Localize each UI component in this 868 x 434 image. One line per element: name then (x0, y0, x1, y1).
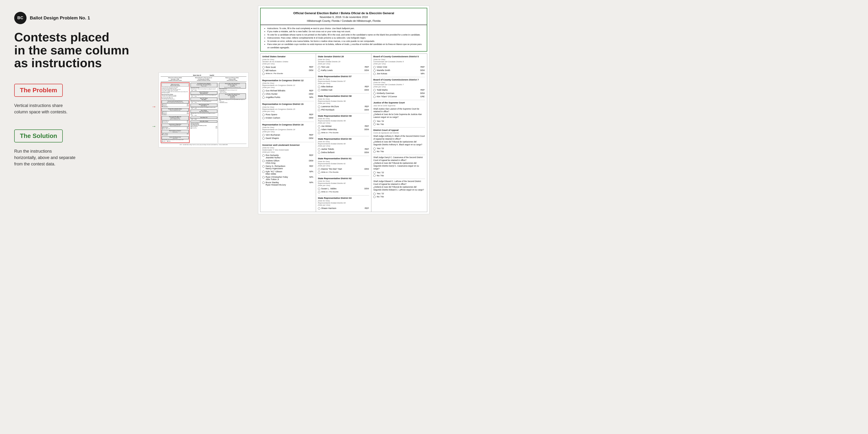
ballot-thumbnail: Ballot Style 16 Seq/010 Official General… (159, 72, 249, 148)
candidate-bill-nelson: Bill Nelson DEM (262, 69, 314, 72)
candidate-oval (262, 69, 265, 72)
problem-description: Vertical instructions sharecolumn space … (14, 102, 140, 115)
instruction-2: If you make a mistake, ask for a new bal… (267, 30, 424, 33)
instruction-4: Instrucciones: Para votar, rellene compl… (267, 36, 424, 40)
solution-box: The Solution (14, 129, 63, 143)
instruction-5: Si comete un error, solicite una nueva b… (267, 40, 424, 43)
solution-label: The Solution (20, 132, 57, 140)
ballot-location: Hillsborough County, Florida / Condado d… (263, 19, 425, 23)
candidate-oval (262, 73, 265, 75)
candidate-rick-scott: Rick Scott REP (262, 66, 314, 68)
solution-description: Run the instructionshorizontally, above … (14, 148, 140, 167)
instruction-1: Instructions: To vote, fill in the oval … (267, 27, 424, 30)
ballot-date: November 6, 2018 / 6 de noviembre 2018 (263, 16, 425, 19)
solution-ballot: Official General Election Ballot / Bolet… (258, 6, 429, 214)
contest-col-2: State Senator District 20 (Vote for One)… (316, 54, 372, 212)
instruction-6: Para votar por un candidato cuyo nombre … (267, 43, 424, 49)
left-panel: BC Ballot Design Problem No. 1 Contests … (0, 0, 154, 220)
solution-ballot-header: Official General Election Ballot / Bolet… (260, 8, 427, 25)
ballot-image-problem: Ballot Style 16 Seq/010 Official General… (159, 72, 249, 148)
main-heading: Contests placedin the same columnas inst… (14, 31, 140, 69)
right-panel: Official General Election Ballot / Bolet… (253, 0, 434, 220)
app-title: Ballot Design Problem No. 1 (30, 16, 90, 21)
contest-col-3: Board of County Commissioners District 5… (371, 54, 427, 212)
contest-col-1: United States Senator (Vote for One)Sena… (260, 54, 316, 212)
logo-row: BC Ballot Design Problem No. 1 (14, 12, 140, 24)
instruction-3: To vote for a candidate whose name is no… (267, 33, 424, 37)
us-senator-title: United States Senator (262, 55, 314, 58)
problem-label: The Problem (20, 87, 57, 94)
center-panel: Ballot Style 16 Seq/010 Official General… (154, 0, 253, 220)
problem-box: The Problem (14, 84, 63, 97)
ballot-main-title: Official General Election Ballot / Bolet… (263, 11, 425, 16)
candidate-oval (262, 66, 265, 68)
logo-circle: BC (14, 12, 27, 24)
